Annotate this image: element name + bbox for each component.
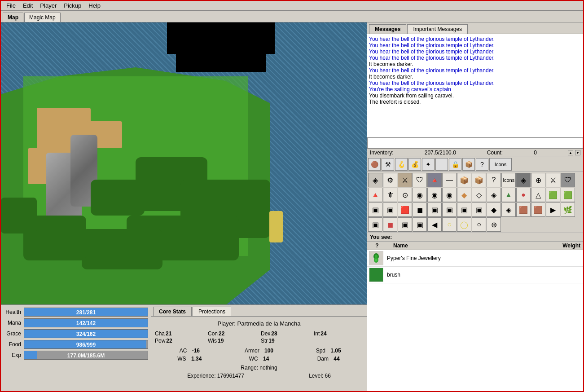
inv-item-8[interactable]: ? (487, 173, 501, 187)
inv-btn-inactive[interactable]: — (435, 158, 448, 171)
inv-item-15[interactable]: 🗡 (383, 188, 397, 202)
inv-item-41[interactable]: 🌿 (561, 203, 575, 217)
count-down[interactable]: ▼ (575, 150, 580, 155)
inv-item-28[interactable]: ▣ (368, 203, 382, 217)
inv-btn-unknown[interactable]: ? (476, 158, 488, 171)
inv-item-47[interactable]: ○ (442, 217, 457, 232)
messages-content[interactable]: You hear the bell of the glorious temple… (367, 34, 583, 137)
inv-item-9[interactable]: Icons (501, 173, 516, 187)
inv-btn-gold[interactable]: 💰 (408, 158, 421, 171)
inv-item-20[interactable]: ◆ (457, 188, 471, 202)
inv-item-45[interactable]: ▣ (413, 217, 427, 232)
inv-btn-misc[interactable]: 🪝 (395, 158, 408, 171)
inv-item-1[interactable]: ⚙ (383, 173, 397, 187)
menu-player[interactable]: Player (36, 1, 60, 10)
attr-dex: Dex 28 (261, 330, 310, 337)
inv-item-43[interactable]: ◼ (383, 217, 397, 232)
ground-see-label: You see: (370, 234, 392, 240)
attr-con: Con 22 (208, 330, 257, 337)
ground-item-icon-1 (369, 268, 383, 282)
message-input[interactable] (367, 137, 583, 148)
inv-item-19[interactable]: ◉ (442, 188, 457, 202)
tab-map[interactable]: Map (3, 13, 23, 22)
inv-item-12[interactable]: ⚔ (546, 173, 560, 187)
inv-item-17[interactable]: ◉ (413, 188, 427, 202)
inv-item-16[interactable]: ⊙ (398, 188, 412, 202)
game-map[interactable] (1, 22, 367, 304)
inv-item-30[interactable]: 🟥 (398, 203, 412, 217)
count-value: 0 (534, 150, 537, 156)
menu-help[interactable]: Help (85, 1, 104, 10)
inv-item-18[interactable]: ◉ (427, 188, 442, 202)
inv-item-48[interactable]: ◯ (457, 217, 471, 232)
inv-item-29[interactable]: ▣ (383, 203, 397, 217)
ground-items[interactable]: Pyper's Fine Jewellery brush (367, 250, 583, 392)
inv-item-39[interactable]: 🟫 (531, 203, 545, 217)
inv-item-26[interactable]: 🟩 (546, 188, 560, 202)
inv-item-2[interactable]: ⚔ (398, 173, 412, 187)
ground-item-0[interactable]: Pyper's Fine Jewellery (367, 250, 583, 267)
inv-item-50[interactable]: ⊕ (487, 217, 501, 232)
inv-btn-container[interactable]: 📦 (462, 158, 475, 171)
inv-btn-weapons[interactable]: ⚒ (382, 158, 394, 171)
inv-item-22[interactable]: ◈ (487, 188, 501, 202)
inv-item-5[interactable]: — (442, 173, 457, 187)
attr-pow: Pow 22 (155, 338, 204, 344)
core-stats: Core Stats Protections Player: Partmedia… (151, 305, 367, 392)
inv-item-32[interactable]: ▣ (427, 203, 442, 217)
inv-item-44[interactable]: ▣ (398, 217, 412, 232)
inv-btn-locked[interactable]: 🔒 (449, 158, 461, 171)
menu-pickup[interactable]: Pickup (60, 1, 85, 10)
food-row: Food 986/999 (4, 340, 148, 349)
ground-item-1[interactable]: brush (367, 267, 583, 283)
messages-section: Messages Important Messages You hear the… (367, 22, 583, 149)
tab-core-stats[interactable]: Core Stats (153, 307, 192, 316)
inv-item-36[interactable]: ◆ (487, 203, 501, 217)
grace-label: Grace (4, 330, 24, 337)
inv-item-31[interactable]: ◼ (413, 203, 427, 217)
inv-item-23[interactable]: ▲ (501, 188, 516, 202)
inv-item-13[interactable]: 🛡 (561, 173, 575, 187)
ground-item-name-0: Pyper's Fine Jewellery (387, 255, 578, 261)
food-value: 986/999 (24, 340, 148, 349)
dark-5 (82, 229, 162, 269)
inv-item-3[interactable]: 🛡 (413, 173, 427, 187)
inv-item-11[interactable]: ⊕ (531, 173, 545, 187)
combat-ac: AC -16 (155, 348, 224, 354)
health-row: Health 281/281 (4, 308, 148, 317)
inv-item-34[interactable]: ▣ (457, 203, 471, 217)
count-up[interactable]: ▲ (568, 150, 573, 155)
inv-item-7[interactable]: 📦 (472, 173, 486, 187)
inv-btn-icons[interactable]: Icons (489, 158, 512, 171)
inv-item-25[interactable]: △ (531, 188, 545, 202)
inv-item-46[interactable]: ◀ (427, 217, 442, 232)
inv-item-14[interactable]: 🔺 (368, 188, 382, 202)
inv-btn-magic[interactable]: ✦ (422, 158, 435, 171)
inv-item-4[interactable]: 🔺 (427, 173, 442, 187)
inv-item-0[interactable]: ◈ (368, 173, 382, 187)
inv-item-6[interactable]: 📦 (457, 173, 471, 187)
tab-messages[interactable]: Messages (369, 24, 406, 34)
inv-item-40[interactable]: ▶ (546, 203, 560, 217)
menu-edit[interactable]: Edit (19, 1, 36, 10)
col-weight: Weight (562, 242, 580, 249)
inv-item-37[interactable]: ◈ (501, 203, 516, 217)
count-controls: ▲ ▼ (568, 150, 580, 155)
inv-item-27[interactable]: 🟩 (561, 188, 575, 202)
tab-important-messages[interactable]: Important Messages (407, 24, 468, 34)
inv-item-49[interactable]: ○ (472, 217, 486, 232)
tab-magic-map[interactable]: Magic Map (24, 13, 61, 22)
stats-panel: Health 281/281 Mana 142/142 Grac (1, 304, 367, 392)
inv-item-42[interactable]: ▣ (368, 217, 382, 232)
inv-item-24[interactable]: ● (516, 188, 531, 202)
main-content: Health 281/281 Mana 142/142 Grac (1, 22, 583, 392)
inv-item-21[interactable]: ◇ (472, 188, 486, 202)
tab-protections[interactable]: Protections (193, 307, 231, 316)
inv-item-35[interactable]: ▣ (472, 203, 486, 217)
inv-btn-all[interactable]: 🟤 (368, 158, 381, 171)
menu-file[interactable]: File (3, 1, 19, 10)
food-bar: 986/999 (24, 340, 148, 349)
inv-item-10[interactable]: ◈ (516, 173, 531, 187)
inv-item-33[interactable]: ▣ (442, 203, 457, 217)
inv-item-38[interactable]: 🟫 (516, 203, 531, 217)
